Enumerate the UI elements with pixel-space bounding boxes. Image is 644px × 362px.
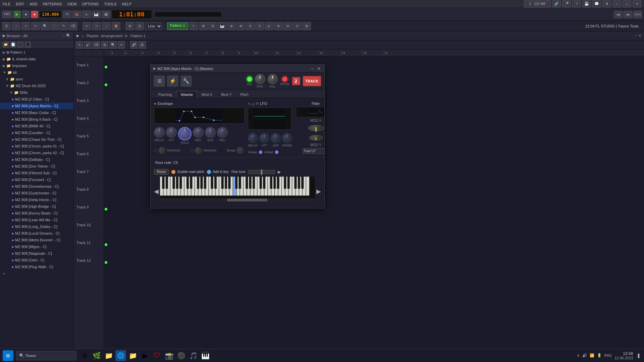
tab-pitch[interactable]: Pitch [236,91,253,98]
tool5-btn[interactable]: ⊕ [227,22,236,30]
lfo-delay-knob[interactable] [248,133,258,143]
sidebar-icon-3[interactable]: ♪ [17,42,23,48]
minimize-btn[interactable]: ─ [612,0,621,8]
select-btn[interactable]: ⬚ [50,22,59,30]
on-led[interactable] [247,76,252,82]
chat-icon[interactable]: 💬 [592,0,601,8]
sidebar-item-cavalier[interactable]: ▶ MZ 808 [Cavalier - C] [0,129,73,136]
plugin-move-btn[interactable]: ⊞ [154,76,165,86]
jump-start-icon[interactable]: ⏮ [614,11,623,18]
taskbar-app-3[interactable]: 🌐 [115,350,126,361]
mic-icon[interactable]: 🎤 [562,0,571,8]
piano-right-btn[interactable]: ▶ [316,188,321,195]
sidebar-item-bring[interactable]: ▶ MZ 808 [Bring It Back - C] [0,116,73,123]
tool-erase[interactable]: ⌫ [93,41,100,49]
piano-roll-icon[interactable]: 🎹 [92,11,101,18]
menu-tools[interactable]: TOOLS [101,2,119,6]
sidebar-search-btn[interactable]: 🔍 [66,34,71,38]
menu-help[interactable]: HELP [119,2,134,6]
lfo-shape3[interactable]: ⊓ [256,102,259,106]
fine-tune-slider[interactable] [248,170,275,174]
tool-zoom[interactable]: 🔍 [109,41,117,49]
sidebar-item-apex[interactable]: ▶ MZ 808 [Apex Martin - C] [0,103,73,109]
menu-view[interactable]: VIEW [65,2,79,6]
playlist-minimize-btn[interactable]: ─ [634,34,637,38]
taskbar-up-arrow[interactable]: ∧ [577,353,580,358]
sidebar-item-goose[interactable]: ▶ MZ 808 [Goosebumps - C] [0,183,73,190]
taskbar-app-4[interactable]: 📁 [127,350,138,361]
tension-radio-2[interactable] [190,149,194,152]
mixer-icon[interactable]: ≡ [82,11,91,18]
sidebar-item-lucid[interactable]: ▶ MZ 808 [Lucid Dreams - C] [0,230,73,237]
menu-file[interactable]: FILE [0,2,13,6]
lfo-amt-knob[interactable] [271,133,281,143]
tool13-btn[interactable]: ⊞ [302,22,311,30]
grid-btn[interactable]: ⊟ [135,22,144,30]
reset-button[interactable]: Reset [154,169,169,175]
filter-type-select[interactable]: Fast LP ▶ [303,148,324,154]
piano-scroll-thumb[interactable] [227,199,267,201]
vol-knob[interactable] [268,74,278,84]
lfo-shape1[interactable]: ∿ [248,102,251,106]
sidebar-item-filtered[interactable]: ▶ MZ 808 [Filtered Sub - C] [0,170,73,176]
tool-paint[interactable]: 🖌 [84,41,92,49]
sidebar-item-high[interactable]: ▶ MZ 808 [High Bridge - C] [0,203,73,210]
enable-pitch-radio[interactable] [171,170,175,174]
sidebar-item-2citiez[interactable]: ▶ MZ 808 [2 Citiez - C] [0,96,73,103]
snap-btn[interactable]: ⊞ [125,22,134,30]
keyboard-arrow-right[interactable]: ▶ [278,170,281,174]
menu-add[interactable]: ADD [27,2,40,6]
start-button[interactable]: ⊞ [3,350,13,361]
loop-icon[interactable]: ⟲ [63,11,71,18]
piano-left-btn[interactable]: ◀ [154,188,159,195]
maximize-btn[interactable]: □ [623,0,631,8]
playlist-close-btn[interactable]: ✕ [638,34,641,38]
lfo-att-knob[interactable] [259,133,269,143]
sidebar-item-naga[interactable]: ▶ MZ 808 [Nagasaki - C] [0,250,73,257]
download-icon[interactable]: ⬇ [602,0,611,8]
pitch-led[interactable] [282,76,287,82]
sidebar-item-dababy[interactable]: ▶ MZ 808 [DaBaby - C] [0,156,73,163]
taskbar-app-6[interactable]: 🛡 [152,350,162,361]
sidebar-item-long[interactable]: ▶ MZ 808 [Long_Subby - C] [0,223,73,230]
sidebar-mz-drum[interactable]: ▼ 📁 MZ Drum Kit 2020 [0,82,73,89]
browser-arrow[interactable]: ▶ [3,34,5,38]
tool-select[interactable]: ⊞ [101,41,108,49]
record-button[interactable]: ● [31,11,38,18]
menu-edit[interactable]: EDIT [13,2,27,6]
sidebar-item-metro[interactable]: ▶ MZ 808 [Metro Boomin' - C] [0,237,73,243]
taskbar-app-1[interactable]: 🌿 [91,350,102,361]
taskbar-app-5[interactable]: ▶ [140,350,150,361]
sidebar-item-gyal[interactable]: ▶ MZ 808 [Gyalchester - C] [0,190,73,196]
menu-options[interactable]: OPTIONS [79,2,102,6]
jump-end-icon[interactable]: ⏭ [624,11,632,18]
show-desktop-btn[interactable]: ▌ [637,354,641,358]
piano-small-btn[interactable]: 🎹 [218,22,226,30]
sidebar-item-lean[interactable]: ▶ MZ 808 [Lean Wit Me - C] [0,217,73,223]
lfo-speed-knob[interactable] [282,133,292,143]
track-btn[interactable]: TRACK [303,76,321,86]
metronome-btn[interactable]: ♩ [102,22,111,30]
sidebar-kit[interactable]: ▼ 📁 kit [0,69,73,76]
delay-knob[interactable] [154,127,165,138]
tab-mody[interactable]: Mod Y [217,91,236,98]
lfo-shape2[interactable]: △ [252,102,255,106]
sidebar-icon-2[interactable]: 📄 [10,42,16,48]
playlist-expand-btn[interactable]: ▶ [76,34,79,38]
sidebar-item-chrom1[interactable]: ▶ MZ 808 [Chrom..parks #1 - C] [0,143,73,149]
sidebar-item-plug[interactable]: ▶ MZ 808 [Plug Walk - C] [0,263,73,270]
piano-scrollbar[interactable] [160,199,315,201]
zoom-in-btn[interactable]: 🔍 [41,22,49,30]
mode-select[interactable]: Line [145,22,162,30]
tool12-btn[interactable]: ⊝ [293,22,302,30]
tension-knob-2[interactable] [195,147,202,154]
play-button[interactable]: ▶ [13,11,21,18]
tempo-knob[interactable] [237,147,244,154]
tool8-btn[interactable]: ⊙ [255,22,264,30]
tab-modx[interactable]: Mod X [197,91,217,98]
sidebar-808s[interactable]: ▼ 📁 808s [0,89,73,96]
tool7-btn[interactable]: ⊘ [246,22,255,30]
save-icon[interactable]: 💾 [582,0,591,8]
menu-patterns[interactable]: PATTERNS [40,2,65,6]
plugin-env-btn[interactable]: ⚡ [167,76,178,86]
